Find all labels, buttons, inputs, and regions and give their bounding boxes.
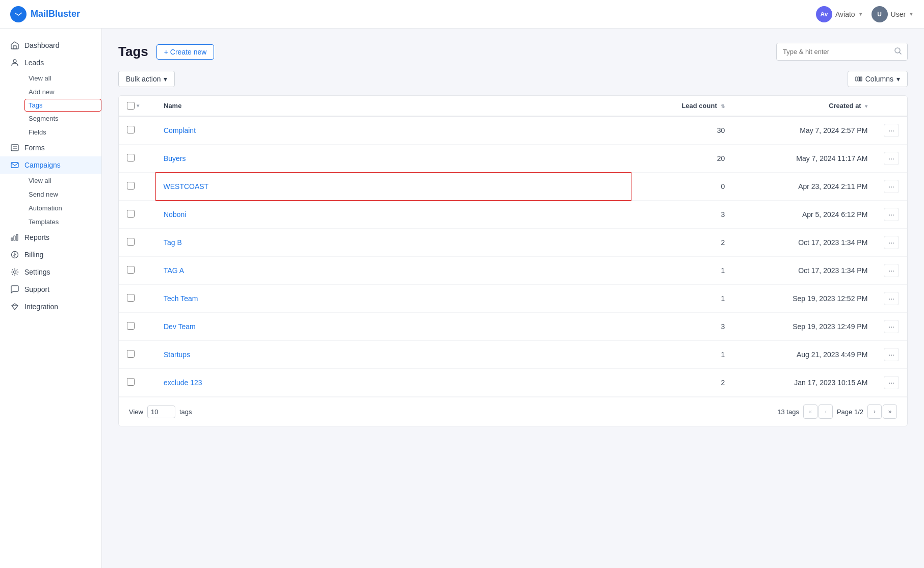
row-actions-button[interactable]: ··· <box>884 348 899 361</box>
create-new-button[interactable]: + Create new <box>156 44 215 60</box>
chat-icon <box>10 285 19 294</box>
row-checkbox[interactable] <box>127 350 135 358</box>
aviato-account[interactable]: Av Aviato ▼ <box>816 6 863 22</box>
sidebar-item-campaigns-view-all[interactable]: View all <box>24 174 101 187</box>
lead-count-cell: 1 <box>631 257 733 285</box>
tag-name-cell[interactable]: Complaint <box>155 116 631 145</box>
lead-count-cell: 1 <box>631 285 733 313</box>
row-checkbox[interactable] <box>127 322 135 330</box>
aviato-label: Aviato <box>835 10 855 18</box>
svg-point-11 <box>14 271 16 274</box>
person-icon <box>10 58 19 67</box>
row-checkbox[interactable] <box>127 154 135 161</box>
view-count-input[interactable] <box>147 405 175 418</box>
row-checkbox[interactable] <box>127 294 135 302</box>
row-checkbox[interactable] <box>127 378 135 386</box>
table-row: Startups1Aug 21, 2023 4:49 PM··· <box>119 341 907 369</box>
row-checkbox[interactable] <box>127 126 135 133</box>
svg-rect-14 <box>858 77 859 81</box>
search-button[interactable] <box>889 43 907 60</box>
sidebar-item-campaigns-label: Campaigns <box>24 161 61 169</box>
row-actions-button[interactable]: ··· <box>884 236 899 249</box>
sidebar-item-forms[interactable]: Forms <box>0 139 101 156</box>
search-input[interactable] <box>777 44 889 59</box>
tag-name-cell[interactable]: exclude 123 <box>155 369 631 397</box>
actions-cell: ··· <box>876 201 907 229</box>
pagination-next-button[interactable]: › <box>867 404 882 419</box>
svg-rect-15 <box>860 77 862 81</box>
tag-name-cell[interactable]: TAG A <box>155 257 631 285</box>
actions-cell: ··· <box>876 145 907 173</box>
tag-name-cell[interactable]: Startups <box>155 341 631 369</box>
svg-rect-7 <box>11 238 13 240</box>
user-label: User <box>891 10 906 18</box>
footer-left: View tags <box>129 405 192 418</box>
row-checkbox-cell <box>119 313 155 341</box>
table-row: TAG A1Oct 17, 2023 1:34 PM··· <box>119 257 907 285</box>
lead-count-header: Lead count ⇅ <box>631 96 733 116</box>
tag-name-cell[interactable]: Dev Team <box>155 313 631 341</box>
sidebar-item-support[interactable]: Support <box>0 281 101 298</box>
sidebar-item-dashboard[interactable]: Dashboard <box>0 37 101 54</box>
created-at-cell: Sep 19, 2023 12:49 PM <box>733 313 876 341</box>
actions-cell: ··· <box>876 313 907 341</box>
sidebar-item-send-new[interactable]: Send new <box>24 187 101 201</box>
tag-name-cell[interactable]: Tag B <box>155 229 631 257</box>
pagination-prev-button[interactable]: ‹ <box>819 404 833 419</box>
pagination-first-button[interactable]: « <box>803 404 817 419</box>
tag-name-cell[interactable]: WESTCOAST <box>155 173 631 201</box>
columns-label: Columns <box>865 75 893 83</box>
sidebar-item-campaigns[interactable]: Campaigns <box>0 156 101 174</box>
sidebar-item-fields[interactable]: Fields <box>24 125 101 139</box>
search-box <box>776 43 908 61</box>
tag-name-cell[interactable]: Noboni <box>155 201 631 229</box>
row-actions-button[interactable]: ··· <box>884 124 899 137</box>
tag-name-cell[interactable]: Buyers <box>155 145 631 173</box>
header-dropdown-icon: ▾ <box>137 103 139 109</box>
row-actions-button[interactable]: ··· <box>884 376 899 389</box>
chart-icon <box>10 233 19 242</box>
svg-rect-13 <box>856 77 857 81</box>
row-checkbox[interactable] <box>127 182 135 190</box>
row-actions-button[interactable]: ··· <box>884 320 899 333</box>
row-checkbox[interactable] <box>127 238 135 246</box>
sidebar-item-leads[interactable]: Leads <box>0 54 101 71</box>
user-account[interactable]: U User ▼ <box>872 6 914 22</box>
row-actions-button[interactable]: ··· <box>884 180 899 193</box>
tags-unit-label: tags <box>179 408 192 416</box>
table-body: Complaint30May 7, 2024 2:57 PM···Buyers2… <box>119 116 907 397</box>
actions-cell: ··· <box>876 369 907 397</box>
tags-table: ▾ Name Lead count ⇅ Created at ▾ <box>118 95 908 426</box>
row-checkbox[interactable] <box>127 266 135 274</box>
created-at-cell: Oct 17, 2023 1:34 PM <box>733 229 876 257</box>
created-at-cell: May 7, 2024 11:17 AM <box>733 145 876 173</box>
sidebar-item-automation[interactable]: Automation <box>24 201 101 215</box>
row-actions-button[interactable]: ··· <box>884 264 899 277</box>
pagination: « ‹ Page 1/2 › » <box>803 404 897 419</box>
row-actions-button[interactable]: ··· <box>884 152 899 165</box>
row-actions-button[interactable]: ··· <box>884 208 899 221</box>
created-at-cell: Jan 17, 2023 10:15 AM <box>733 369 876 397</box>
columns-button[interactable]: Columns ▾ <box>848 71 908 87</box>
columns-icon <box>855 75 862 83</box>
sidebar-item-integration[interactable]: Integration <box>0 298 101 315</box>
lead-count-cell: 30 <box>631 116 733 145</box>
pagination-last-button[interactable]: » <box>883 404 897 419</box>
sidebar-item-segments[interactable]: Segments <box>24 112 101 125</box>
sidebar-item-reports[interactable]: Reports <box>0 229 101 246</box>
sidebar-item-view-all[interactable]: View all <box>24 71 101 85</box>
actions-cell: ··· <box>876 116 907 145</box>
svg-rect-3 <box>11 145 18 151</box>
sidebar-item-settings[interactable]: Settings <box>0 263 101 281</box>
tag-name-cell[interactable]: Tech Team <box>155 285 631 313</box>
bulk-action-button[interactable]: Bulk action ▾ <box>118 71 175 87</box>
created-at-cell: Aug 21, 2023 4:49 PM <box>733 341 876 369</box>
sidebar-item-templates[interactable]: Templates <box>24 215 101 229</box>
sidebar-item-billing[interactable]: Billing <box>0 246 101 263</box>
sidebar-item-tags[interactable]: Tags <box>24 99 101 112</box>
row-checkbox[interactable] <box>127 210 135 218</box>
sidebar-item-add-new[interactable]: Add new <box>24 85 101 99</box>
select-all-checkbox[interactable] <box>127 102 135 110</box>
row-actions-button[interactable]: ··· <box>884 292 899 305</box>
table-row: Noboni3Apr 5, 2024 6:12 PM··· <box>119 201 907 229</box>
